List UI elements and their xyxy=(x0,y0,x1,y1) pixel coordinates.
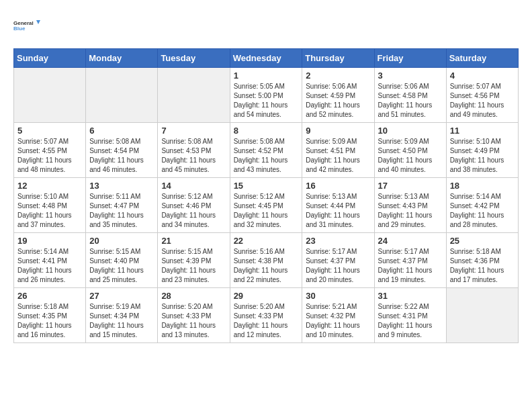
cell-content: Sunrise: 5:22 AM Sunset: 4:31 PM Dayligh… xyxy=(378,302,443,340)
calendar-cell: 4Sunrise: 5:07 AM Sunset: 4:56 PM Daylig… xyxy=(446,68,518,123)
calendar-cell: 19Sunrise: 5:14 AM Sunset: 4:41 PM Dayli… xyxy=(14,233,86,288)
calendar-cell xyxy=(446,288,518,343)
cell-content: Sunrise: 5:08 AM Sunset: 4:52 PM Dayligh… xyxy=(234,137,299,175)
day-number: 15 xyxy=(234,181,299,191)
calendar-cell: 9Sunrise: 5:09 AM Sunset: 4:51 PM Daylig… xyxy=(302,123,374,178)
day-number: 13 xyxy=(89,181,154,191)
cell-content: Sunrise: 5:11 AM Sunset: 4:47 PM Dayligh… xyxy=(89,192,154,230)
cell-content: Sunrise: 5:12 AM Sunset: 4:45 PM Dayligh… xyxy=(234,192,299,230)
cell-content: Sunrise: 5:08 AM Sunset: 4:53 PM Dayligh… xyxy=(161,137,226,175)
day-number: 31 xyxy=(378,291,443,301)
calendar-cell: 7Sunrise: 5:08 AM Sunset: 4:53 PM Daylig… xyxy=(158,123,230,178)
calendar-week-row: 12Sunrise: 5:10 AM Sunset: 4:48 PM Dayli… xyxy=(14,178,519,233)
calendar-cell: 20Sunrise: 5:15 AM Sunset: 4:40 PM Dayli… xyxy=(86,233,158,288)
calendar-table: SundayMondayTuesdayWednesdayThursdayFrid… xyxy=(13,48,519,343)
day-number: 28 xyxy=(161,291,226,301)
cell-content: Sunrise: 5:09 AM Sunset: 4:50 PM Dayligh… xyxy=(378,137,443,175)
cell-content: Sunrise: 5:08 AM Sunset: 4:54 PM Dayligh… xyxy=(89,137,154,175)
day-number: 2 xyxy=(306,71,370,81)
cell-content: Sunrise: 5:18 AM Sunset: 4:36 PM Dayligh… xyxy=(450,247,515,285)
header-monday: Monday xyxy=(86,49,158,68)
day-number: 6 xyxy=(89,126,154,136)
calendar-cell: 10Sunrise: 5:09 AM Sunset: 4:50 PM Dayli… xyxy=(374,123,446,178)
calendar-cell: 29Sunrise: 5:20 AM Sunset: 4:33 PM Dayli… xyxy=(230,288,302,343)
day-number: 4 xyxy=(450,71,515,81)
calendar-cell: 17Sunrise: 5:13 AM Sunset: 4:43 PM Dayli… xyxy=(374,178,446,233)
cell-content: Sunrise: 5:14 AM Sunset: 4:42 PM Dayligh… xyxy=(450,192,515,230)
cell-content: Sunrise: 5:13 AM Sunset: 4:44 PM Dayligh… xyxy=(306,192,370,230)
cell-content: Sunrise: 5:16 AM Sunset: 4:38 PM Dayligh… xyxy=(234,247,299,285)
calendar-cell: 16Sunrise: 5:13 AM Sunset: 4:44 PM Dayli… xyxy=(302,178,374,233)
cell-content: Sunrise: 5:10 AM Sunset: 4:48 PM Dayligh… xyxy=(17,192,82,230)
calendar-cell xyxy=(158,68,230,123)
day-number: 8 xyxy=(234,126,299,136)
calendar-cell: 28Sunrise: 5:20 AM Sunset: 4:33 PM Dayli… xyxy=(158,288,230,343)
cell-content: Sunrise: 5:20 AM Sunset: 4:33 PM Dayligh… xyxy=(161,302,226,340)
day-number: 7 xyxy=(161,126,226,136)
day-number: 30 xyxy=(306,291,370,301)
calendar-cell: 14Sunrise: 5:12 AM Sunset: 4:46 PM Dayli… xyxy=(158,178,230,233)
calendar-week-row: 26Sunrise: 5:18 AM Sunset: 4:35 PM Dayli… xyxy=(14,288,519,343)
calendar-cell xyxy=(86,68,158,123)
cell-content: Sunrise: 5:12 AM Sunset: 4:46 PM Dayligh… xyxy=(161,192,226,230)
calendar-cell: 6Sunrise: 5:08 AM Sunset: 4:54 PM Daylig… xyxy=(86,123,158,178)
cell-content: Sunrise: 5:05 AM Sunset: 5:00 PM Dayligh… xyxy=(234,82,299,120)
cell-content: Sunrise: 5:15 AM Sunset: 4:40 PM Dayligh… xyxy=(89,247,154,285)
calendar-week-row: 19Sunrise: 5:14 AM Sunset: 4:41 PM Dayli… xyxy=(14,233,519,288)
day-number: 16 xyxy=(306,181,370,191)
svg-text:Blue: Blue xyxy=(13,26,26,32)
calendar-cell: 5Sunrise: 5:07 AM Sunset: 4:55 PM Daylig… xyxy=(14,123,86,178)
day-number: 25 xyxy=(450,236,515,246)
calendar-cell: 18Sunrise: 5:14 AM Sunset: 4:42 PM Dayli… xyxy=(446,178,518,233)
header-wednesday: Wednesday xyxy=(230,49,302,68)
header-tuesday: Tuesday xyxy=(158,49,230,68)
calendar-header-row: SundayMondayTuesdayWednesdayThursdayFrid… xyxy=(14,49,519,68)
calendar-cell: 2Sunrise: 5:06 AM Sunset: 4:59 PM Daylig… xyxy=(302,68,374,123)
calendar-cell: 30Sunrise: 5:21 AM Sunset: 4:32 PM Dayli… xyxy=(302,288,374,343)
cell-content: Sunrise: 5:17 AM Sunset: 4:37 PM Dayligh… xyxy=(378,247,443,285)
header-sunday: Sunday xyxy=(14,49,86,68)
cell-content: Sunrise: 5:18 AM Sunset: 4:35 PM Dayligh… xyxy=(17,302,82,340)
cell-content: Sunrise: 5:07 AM Sunset: 4:55 PM Dayligh… xyxy=(17,137,82,175)
day-number: 20 xyxy=(89,236,154,246)
calendar-cell: 8Sunrise: 5:08 AM Sunset: 4:52 PM Daylig… xyxy=(230,123,302,178)
day-number: 24 xyxy=(378,236,443,246)
svg-marker-2 xyxy=(36,20,40,24)
day-number: 29 xyxy=(234,291,299,301)
calendar-week-row: 1Sunrise: 5:05 AM Sunset: 5:00 PM Daylig… xyxy=(14,68,519,123)
cell-content: Sunrise: 5:07 AM Sunset: 4:56 PM Dayligh… xyxy=(450,82,515,120)
calendar-cell xyxy=(14,68,86,123)
calendar-cell: 1Sunrise: 5:05 AM Sunset: 5:00 PM Daylig… xyxy=(230,68,302,123)
day-number: 17 xyxy=(378,181,443,191)
cell-content: Sunrise: 5:21 AM Sunset: 4:32 PM Dayligh… xyxy=(306,302,370,340)
header-friday: Friday xyxy=(374,49,446,68)
day-number: 26 xyxy=(17,291,82,301)
calendar-cell: 21Sunrise: 5:15 AM Sunset: 4:39 PM Dayli… xyxy=(158,233,230,288)
cell-content: Sunrise: 5:09 AM Sunset: 4:51 PM Dayligh… xyxy=(306,137,370,175)
day-number: 1 xyxy=(234,71,299,81)
calendar-cell: 23Sunrise: 5:17 AM Sunset: 4:37 PM Dayli… xyxy=(302,233,374,288)
calendar-week-row: 5Sunrise: 5:07 AM Sunset: 4:55 PM Daylig… xyxy=(14,123,519,178)
calendar-cell: 24Sunrise: 5:17 AM Sunset: 4:37 PM Dayli… xyxy=(374,233,446,288)
calendar-cell: 13Sunrise: 5:11 AM Sunset: 4:47 PM Dayli… xyxy=(86,178,158,233)
day-number: 5 xyxy=(17,126,82,136)
cell-content: Sunrise: 5:06 AM Sunset: 4:58 PM Dayligh… xyxy=(378,82,443,120)
cell-content: Sunrise: 5:13 AM Sunset: 4:43 PM Dayligh… xyxy=(378,192,443,230)
logo-svg: General Blue xyxy=(13,13,40,38)
calendar-cell: 22Sunrise: 5:16 AM Sunset: 4:38 PM Dayli… xyxy=(230,233,302,288)
header-saturday: Saturday xyxy=(446,49,518,68)
calendar-cell: 27Sunrise: 5:19 AM Sunset: 4:34 PM Dayli… xyxy=(86,288,158,343)
day-number: 18 xyxy=(450,181,515,191)
cell-content: Sunrise: 5:10 AM Sunset: 4:49 PM Dayligh… xyxy=(450,137,515,175)
calendar-cell: 11Sunrise: 5:10 AM Sunset: 4:49 PM Dayli… xyxy=(446,123,518,178)
header-thursday: Thursday xyxy=(302,49,374,68)
day-number: 9 xyxy=(306,126,370,136)
day-number: 22 xyxy=(234,236,299,246)
calendar-cell: 12Sunrise: 5:10 AM Sunset: 4:48 PM Dayli… xyxy=(14,178,86,233)
page-header: General Blue xyxy=(13,13,519,38)
calendar-cell: 3Sunrise: 5:06 AM Sunset: 4:58 PM Daylig… xyxy=(374,68,446,123)
day-number: 23 xyxy=(306,236,370,246)
day-number: 21 xyxy=(161,236,226,246)
day-number: 10 xyxy=(378,126,443,136)
cell-content: Sunrise: 5:19 AM Sunset: 4:34 PM Dayligh… xyxy=(89,302,154,340)
